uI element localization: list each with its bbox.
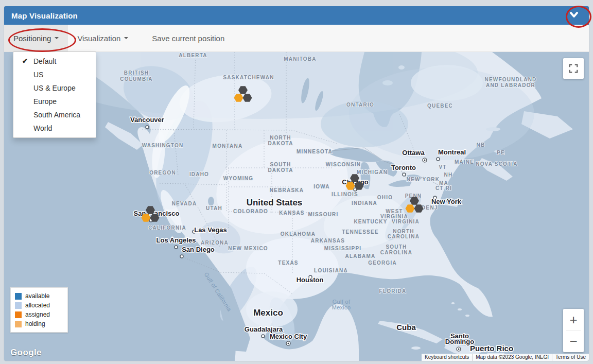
region-label: DAKOTA	[268, 141, 293, 146]
map-toolbar: Positioning Visualization Save current p…	[4, 25, 589, 52]
chevron-down-icon	[568, 11, 580, 21]
legend-label: available	[25, 292, 49, 300]
region-label: ALABAMA	[345, 253, 376, 259]
city-label: Cuba	[396, 323, 416, 332]
city-label: San Diego	[182, 246, 215, 253]
google-logo[interactable]: Google	[10, 348, 42, 358]
dropdown-item-world[interactable]: World	[13, 122, 96, 135]
region-label: TENNESSEE	[342, 229, 378, 235]
city-label: Toronto	[391, 164, 416, 171]
city-label: Vancouver	[130, 116, 164, 124]
positioning-dropdown-menu: ✔DefaultUSUS & EuropeEuropeSouth America…	[13, 51, 96, 138]
zoom-in-button[interactable]: +	[563, 309, 584, 331]
dropdown-item-default[interactable]: ✔Default	[13, 55, 96, 68]
zoom-out-button[interactable]: −	[563, 331, 584, 353]
region-label: NEW MEXICO	[228, 246, 268, 251]
region-label: ILLINOIS	[332, 192, 358, 197]
region-label: DAKOTA	[268, 167, 293, 173]
region-label: NH	[444, 172, 453, 178]
city-dot	[261, 335, 265, 338]
dropdown-item-south-america[interactable]: South America	[13, 108, 96, 122]
region-label: WISCONSIN	[326, 162, 361, 167]
legend-item-available: available	[15, 291, 63, 301]
city-label: Guadalajara	[245, 325, 283, 333]
capital-city-dot-inner	[458, 349, 460, 350]
positioning-menu-button[interactable]: Positioning	[4, 25, 68, 51]
region-label: MAINE	[455, 159, 474, 165]
fullscreen-button[interactable]	[563, 58, 584, 79]
terms-of-use-link[interactable]: Terms of Use	[552, 354, 589, 361]
region-label: NJ	[430, 205, 438, 211]
collapse-panel-button[interactable]	[567, 10, 581, 21]
legend-label: holding	[25, 320, 45, 327]
dropdown-item-europe[interactable]: Europe	[13, 95, 96, 108]
visualization-menu-label: Visualization	[77, 34, 120, 43]
region-label: ALBERTA	[179, 53, 207, 58]
region-label: PE	[497, 150, 505, 155]
region-label: COLUMBIA	[120, 76, 152, 82]
map-data-text: Map data ©2023 Google, INEGI	[472, 354, 552, 361]
region-label: MINNESOTA	[296, 149, 333, 154]
dropdown-item-label: World	[33, 124, 52, 132]
region-label: NB	[477, 142, 485, 148]
region-label: VT	[439, 164, 446, 170]
region-label: ARIZONA	[201, 240, 229, 246]
save-current-position-button[interactable]: Save current position	[143, 25, 234, 51]
region-label: ONTARIO	[346, 102, 374, 108]
region-label: KENTUCKY	[354, 219, 387, 224]
region-label: SOUTH	[386, 244, 407, 250]
save-position-label: Save current position	[152, 34, 224, 43]
legend-swatch-allocated	[15, 302, 22, 309]
legend-item-allocated: allocated	[15, 301, 63, 310]
region-label: VIRGINIA	[392, 219, 420, 224]
fullscreen-icon	[568, 63, 579, 74]
region-label: IDAHO	[189, 171, 209, 177]
region-label: AND LABRADOR	[486, 82, 535, 88]
region-label: IOWA	[313, 184, 329, 189]
region-label: SASKATCHEWAN	[223, 75, 274, 80]
country-label: Mexico	[253, 308, 283, 318]
legend-swatch-holding	[15, 321, 22, 327]
region-label: NEBRASKA	[270, 187, 304, 193]
region-label: MISSISSIPPI	[324, 246, 362, 251]
positioning-menu-label: Positioning	[13, 34, 51, 43]
dropdown-item-us-europe[interactable]: US & Europe	[13, 81, 96, 95]
country-label: United States	[247, 198, 303, 207]
region-label: OKLAHOMA	[281, 231, 316, 237]
city-label: Las Vegas	[194, 226, 227, 234]
city-label: Ottawa	[402, 149, 425, 157]
legend-label: assigned	[25, 311, 50, 318]
region-label: QUEBEC	[427, 103, 453, 109]
region-label: CAROLINA	[380, 250, 412, 255]
city-label: Houston	[296, 276, 324, 284]
region-label: WYOMING	[223, 176, 253, 181]
dropdown-item-us[interactable]: US	[13, 68, 96, 81]
region-label: CALIFORNIA	[148, 225, 186, 231]
region-label: FLORIDA	[379, 288, 407, 294]
keyboard-shortcuts-link[interactable]: Keyboard shortcuts	[422, 354, 472, 361]
region-label: NEWFOUNDLAND	[484, 77, 536, 82]
city-label: Los Angeles	[156, 236, 196, 244]
city-label: Montreal	[438, 148, 466, 156]
region-label: MONTANA	[213, 143, 243, 149]
caret-down-icon	[124, 37, 128, 39]
check-icon: ✔	[22, 55, 28, 68]
city-label: Puerto Rico	[470, 344, 513, 353]
visualization-menu-button[interactable]: Visualization	[68, 25, 137, 51]
region-label: UTAH	[206, 205, 222, 211]
city-dot	[437, 158, 440, 161]
map-attribution: Keyboard shortcuts Map data ©2023 Google…	[422, 354, 589, 361]
dropdown-item-label: Europe	[33, 97, 57, 106]
region-label: CAROLINA	[388, 234, 420, 239]
legend-label: allocated	[25, 302, 50, 309]
legend-item-holding: holding	[15, 319, 63, 328]
zoom-control: + −	[563, 309, 584, 352]
legend-swatch-available	[15, 293, 22, 300]
region-label: LOUISIANA	[314, 268, 348, 273]
region-label: INDIANA	[352, 200, 377, 206]
region-label: SOUTH	[270, 162, 291, 167]
caret-down-icon	[55, 37, 59, 39]
city-dot	[403, 173, 406, 176]
region-label: MISSOURI	[308, 212, 338, 217]
region-label: TEXAS	[278, 260, 298, 266]
